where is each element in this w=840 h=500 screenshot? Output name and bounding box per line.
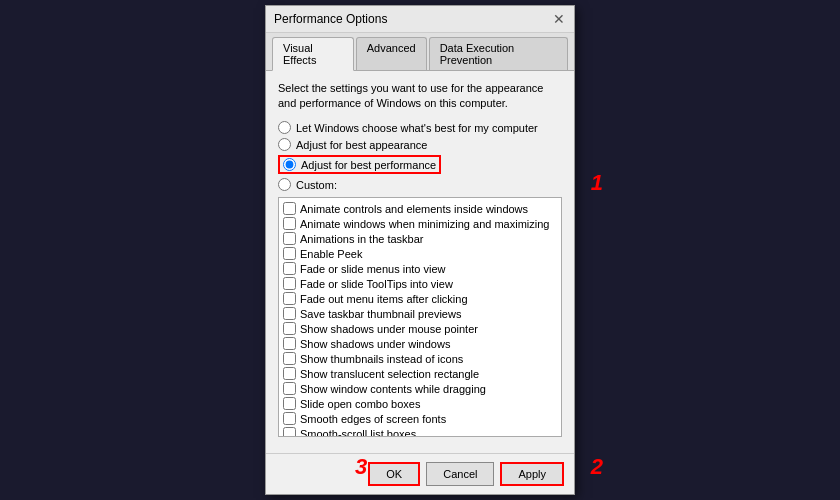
checkbox-item-14[interactable]: Smooth edges of screen fonts (283, 412, 557, 425)
checkbox-input-2[interactable] (283, 232, 296, 245)
radio-custom[interactable]: Custom: (278, 178, 562, 191)
tab-data-execution[interactable]: Data Execution Prevention (429, 37, 568, 70)
checkbox-input-4[interactable] (283, 262, 296, 275)
dialog-content: Select the settings you want to use for … (266, 71, 574, 454)
annotation-1: 1 (591, 170, 603, 196)
cancel-button[interactable]: Cancel (426, 462, 494, 486)
checkbox-item-6[interactable]: Fade out menu items after clicking (283, 292, 557, 305)
checkbox-item-15[interactable]: Smooth-scroll list boxes (283, 427, 557, 437)
dialog-title: Performance Options (274, 12, 387, 26)
checkbox-input-3[interactable] (283, 247, 296, 260)
tab-visual-effects[interactable]: Visual Effects (272, 37, 354, 71)
checkbox-input-14[interactable] (283, 412, 296, 425)
checkbox-input-13[interactable] (283, 397, 296, 410)
close-button[interactable]: ✕ (552, 12, 566, 26)
checkbox-item-10[interactable]: Show thumbnails instead of icons (283, 352, 557, 365)
radio-custom-input[interactable] (278, 178, 291, 191)
radio-let-windows-input[interactable] (278, 121, 291, 134)
buttons-row: OK Cancel Apply (266, 453, 574, 494)
checkbox-input-5[interactable] (283, 277, 296, 290)
radio-best-appearance[interactable]: Adjust for best appearance (278, 138, 562, 151)
tabs-bar: Visual Effects Advanced Data Execution P… (266, 33, 574, 71)
radio-group: Let Windows choose what's best for my co… (278, 121, 562, 191)
checkbox-item-4[interactable]: Fade or slide menus into view (283, 262, 557, 275)
title-bar: Performance Options ✕ (266, 6, 574, 33)
annotation-2: 2 (591, 454, 603, 480)
tab-advanced[interactable]: Advanced (356, 37, 427, 70)
apply-button[interactable]: Apply (500, 462, 564, 486)
checkbox-input-7[interactable] (283, 307, 296, 320)
checkbox-item-1[interactable]: Animate windows when minimizing and maxi… (283, 217, 557, 230)
checkbox-input-1[interactable] (283, 217, 296, 230)
checkbox-item-7[interactable]: Save taskbar thumbnail previews (283, 307, 557, 320)
checkbox-item-13[interactable]: Slide open combo boxes (283, 397, 557, 410)
annotation-3: 3 (355, 454, 367, 480)
checkbox-item-11[interactable]: Show translucent selection rectangle (283, 367, 557, 380)
checkbox-item-2[interactable]: Animations in the taskbar (283, 232, 557, 245)
checkbox-item-12[interactable]: Show window contents while dragging (283, 382, 557, 395)
checkbox-input-9[interactable] (283, 337, 296, 350)
performance-options-dialog: Performance Options ✕ Visual Effects Adv… (265, 5, 575, 496)
checkbox-item-0[interactable]: Animate controls and elements inside win… (283, 202, 557, 215)
radio-best-performance[interactable]: Adjust for best performance (278, 155, 441, 174)
radio-best-appearance-input[interactable] (278, 138, 291, 151)
checkbox-input-10[interactable] (283, 352, 296, 365)
checkbox-input-8[interactable] (283, 322, 296, 335)
checkbox-item-9[interactable]: Show shadows under windows (283, 337, 557, 350)
checkbox-item-5[interactable]: Fade or slide ToolTips into view (283, 277, 557, 290)
checkboxes-panel: Animate controls and elements inside win… (278, 197, 562, 437)
checkbox-input-15[interactable] (283, 427, 296, 437)
checkbox-input-11[interactable] (283, 367, 296, 380)
checkbox-item-3[interactable]: Enable Peek (283, 247, 557, 260)
checkbox-item-8[interactable]: Show shadows under mouse pointer (283, 322, 557, 335)
checkbox-input-0[interactable] (283, 202, 296, 215)
checkbox-input-12[interactable] (283, 382, 296, 395)
description-text: Select the settings you want to use for … (278, 81, 562, 112)
ok-button[interactable]: OK (368, 462, 420, 486)
checkbox-input-6[interactable] (283, 292, 296, 305)
radio-best-performance-input[interactable] (283, 158, 296, 171)
radio-let-windows[interactable]: Let Windows choose what's best for my co… (278, 121, 562, 134)
